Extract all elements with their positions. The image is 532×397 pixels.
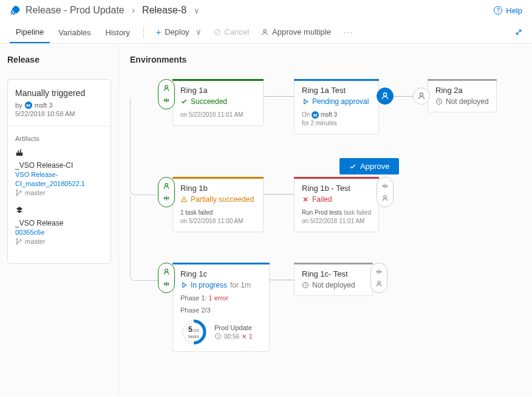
svg-point-6 [16,190,18,191]
env-ring2a[interactable]: Ring 2a Not deployed [428,79,497,112]
status-bar [172,177,264,179]
env-ring1c[interactable]: Ring 1c In progress for 1m Phase 1: 1 er… [172,263,270,352]
env-ring1b-test[interactable]: Ring 1b - Test Failed Run Prod tests tas… [294,177,379,232]
phase-1-line: Phase 1: 1 error [180,294,262,302]
env-subtext: On M msft 3 for 2 minutes [302,111,371,128]
tab-pipeline[interactable]: Pipeline [10,21,50,43]
person-icon [417,92,426,100]
release-user: msft 3 [35,102,53,109]
phase-error: 1 error [208,294,228,302]
repo-icon [15,206,24,215]
gate-icon [163,97,170,104]
cancel-icon [214,29,221,36]
person-icon [381,195,389,202]
svg-point-2 [264,29,267,32]
env-name: Ring 1b - Test [302,184,371,193]
gate-icon [375,268,383,275]
env-ring1a[interactable]: Ring 1a Succeeded on 5/22/2018 11:01 AM [172,79,264,126]
release-pane-title: Release [7,55,111,64]
check-icon [180,98,188,105]
status-bar [172,263,270,264]
env-status: In progress for 1m [180,281,262,289]
cancel-label: Cancel [225,27,249,36]
timestamp: on 5/22/2018 11:01 AM [302,218,364,224]
help-link[interactable]: ? Help [494,6,522,15]
env-status: Pending approval [302,97,371,106]
artifact-link[interactable]: 00365c6e [15,229,44,236]
tab-variables[interactable]: Variables [52,22,97,43]
on-label: On [302,111,310,118]
clock-icon [435,98,443,105]
main-content: Release Manually triggered by M msft 3 5… [0,44,532,396]
phase-23-line: Phase 2/3 [180,306,262,314]
approve-multiple-button[interactable]: Approve multiple [256,25,336,39]
env-ring1c-test[interactable]: Ring 1c- Test Not deployed [294,263,373,296]
check-icon [349,163,356,170]
breadcrumb-parent[interactable]: Release - Prod Update [26,5,124,16]
release-time: 5/22/2018 10:58 AM [15,110,103,117]
progress-time: 00:56 [224,333,239,340]
progress-detail: 5/10 tasks Prod Update 00:56 ✕ 1 [180,319,262,345]
plus-icon: + [156,27,161,37]
deploy-label: Deploy [165,27,189,36]
gate-icon [381,182,389,190]
more-button[interactable]: ··· [338,25,358,39]
status-bar [294,177,379,179]
artifact-name: _VSO Release [15,219,103,227]
by-prefix: by [15,102,22,109]
connector [264,96,294,97]
status-text: Succeeded [191,97,227,106]
env-name: Ring 2a [435,86,489,95]
duration: for 2 minutes [302,120,337,126]
help-icon: ? [494,6,502,15]
pre-deploy-gates[interactable] [158,79,175,109]
pre-deploy-gates[interactable] [158,263,175,293]
env-ring1b[interactable]: Ring 1b Partially succeeded 1 task faile… [172,177,264,232]
person-icon [261,29,268,36]
build-icon [15,148,24,157]
expand-icon[interactable] [515,29,522,36]
breadcrumb-current[interactable]: Release-8 [142,5,186,16]
gate-icon [163,195,170,202]
status-text: Not deployed [446,97,489,106]
release-by: by M msft 3 [15,102,103,109]
status-text: Failed [312,195,332,204]
task-suffix: task failed [342,209,371,216]
env-name: Ring 1c- Test [302,269,365,278]
env-name: Ring 1a [180,86,256,95]
deploy-button[interactable]: + Deploy ∨ [151,25,206,40]
tab-history[interactable]: History [100,22,136,43]
gate-icon [163,280,170,288]
status-bar [294,263,373,264]
task-failed: 1 task failed [180,209,213,216]
artifact-link[interactable]: VSO Release-CI_master_20180522.1 [15,171,85,187]
user-name: msft 3 [321,111,337,118]
ellipsis-icon: ··· [343,27,353,36]
post-deploy-gates[interactable] [377,177,394,207]
release-trigger: Manually triggered [15,88,103,98]
play-icon [302,98,309,105]
artifact-branch: master [15,238,103,245]
warning-icon [180,196,188,203]
clock-icon [214,333,222,340]
env-name: Ring 1a Test [302,86,371,95]
pre-deploy-gates[interactable] [158,177,175,207]
env-status: Succeeded [180,97,256,106]
play-icon [180,281,188,289]
svg-point-23 [378,281,381,285]
person-icon [381,92,389,100]
post-deploy-gates[interactable] [370,263,387,293]
env-name: Ring 1b [180,184,256,193]
env-subtext: on 5/22/2018 11:01 AM [180,111,256,119]
branch-name: master [25,189,46,196]
connector [264,194,294,195]
svg-point-18 [165,269,168,272]
env-ring1a-test[interactable]: Ring 1a Test Pending approval On M msft … [294,79,379,134]
approver-icon[interactable] [377,88,394,105]
approve-button[interactable]: Approve [339,158,399,174]
approver-icon[interactable] [413,88,430,105]
artifact-2: _VSO Release 00365c6e master [15,206,103,245]
svg-point-14 [420,93,423,96]
task-name: Run Prod tests [302,209,342,216]
chevron-down-icon[interactable]: ∨ [194,6,200,15]
